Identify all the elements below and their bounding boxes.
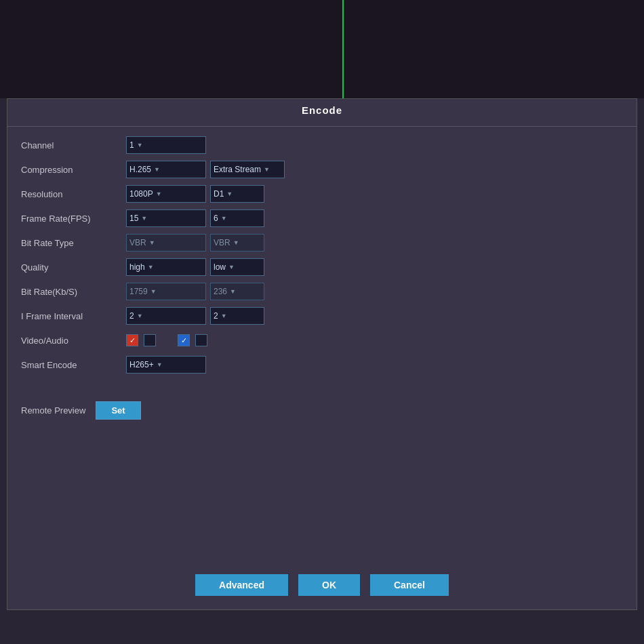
form-area: Channel 1 ▼ Compression H.265 ▼ Extra St…	[7, 130, 637, 391]
bit-rate-type2-arrow: ▼	[233, 239, 239, 246]
frame-rate-value: 15	[129, 214, 138, 223]
quality-value: high	[129, 262, 145, 272]
quality2-select[interactable]: low ▼	[210, 258, 264, 276]
quality2-arrow: ▼	[228, 264, 235, 270]
smart-encode-select[interactable]: H265+ ▼	[126, 356, 206, 374]
bit-rate-value: 1759	[129, 287, 148, 296]
bit-rate-type-controls: VBR ▼ VBR ▼	[126, 234, 264, 251]
frame-rate2-select[interactable]: 6 ▼	[210, 209, 264, 227]
compression-arrow: ▼	[154, 166, 160, 173]
video-audio-row: Video/Audio	[21, 329, 623, 352]
smart-encode-value: H265+	[129, 360, 154, 369]
quality-arrow: ▼	[148, 264, 154, 270]
compression-row: Compression H.265 ▼ Extra Stream ▼	[21, 158, 623, 181]
video-audio-group2	[178, 334, 207, 346]
bit-rate-type-row: Bit Rate Type VBR ▼ VBR ▼	[21, 231, 623, 254]
bottom-buttons: Advanced OK Cancel	[7, 574, 637, 596]
frame-rate-label: Frame Rate(FPS)	[21, 214, 126, 224]
iframe-interval-value: 2	[129, 311, 134, 321]
resolution2-arrow: ▼	[226, 190, 233, 197]
encode-dialog: Encode Channel 1 ▼ Compression H.265 ▼	[7, 98, 637, 610]
advanced-button[interactable]: Advanced	[195, 574, 288, 596]
ok-button[interactable]: OK	[298, 574, 360, 596]
cancel-button[interactable]: Cancel	[370, 574, 449, 596]
resolution-select[interactable]: 1080P ▼	[126, 185, 206, 203]
resolution2-select[interactable]: D1 ▼	[210, 185, 264, 203]
smart-encode-row: Smart Encode H265+ ▼	[21, 353, 623, 376]
channel-arrow: ▼	[137, 142, 143, 148]
audio-checkbox2[interactable]	[195, 334, 207, 346]
iframe-interval-controls: 2 ▼ 2 ▼	[126, 307, 264, 325]
iframe-interval-row: I Frame Interval 2 ▼ 2 ▼	[21, 304, 623, 327]
channel-select[interactable]: 1 ▼	[126, 136, 206, 154]
channel-label: Channel	[21, 140, 126, 150]
bit-rate-controls: 1759 ▼ 236 ▼	[126, 283, 264, 300]
bit-rate2-value: 236	[214, 287, 227, 296]
frame-rate2-arrow: ▼	[221, 215, 227, 222]
resolution-controls: 1080P ▼ D1 ▼	[126, 185, 264, 203]
channel-row: Channel 1 ▼	[21, 134, 623, 157]
quality2-value: low	[214, 262, 226, 272]
stream-type-value: Extra Stream	[214, 165, 261, 174]
resolution2-value: D1	[214, 189, 224, 199]
iframe-interval-select[interactable]: 2 ▼	[126, 307, 206, 325]
iframe-interval-arrow: ▼	[137, 313, 143, 319]
set-button[interactable]: Set	[96, 401, 140, 420]
bit-rate-row: Bit Rate(Kb/S) 1759 ▼ 236 ▼	[21, 280, 623, 303]
stream-type-select[interactable]: Extra Stream ▼	[210, 161, 285, 178]
bit-rate-type-label: Bit Rate Type	[21, 238, 126, 248]
bit-rate-select[interactable]: 1759 ▼	[126, 283, 206, 300]
iframe-interval2-select[interactable]: 2 ▼	[210, 307, 264, 325]
quality-label: Quality	[21, 262, 126, 273]
quality-row: Quality high ▼ low ▼	[21, 256, 623, 279]
green-line	[342, 0, 344, 98]
bit-rate-type2-value: VBR	[214, 238, 230, 247]
bit-rate-type2-select[interactable]: VBR ▼	[210, 234, 264, 251]
compression-controls: H.265 ▼ Extra Stream ▼	[126, 161, 285, 178]
bit-rate-type-value: VBR	[129, 238, 146, 247]
frame-rate2-value: 6	[214, 214, 218, 223]
resolution-label: Resolution	[21, 189, 126, 199]
video-checkbox2[interactable]	[178, 334, 190, 346]
top-bar	[0, 0, 644, 98]
compression-label: Compression	[21, 165, 126, 175]
compression-select[interactable]: H.265 ▼	[126, 161, 206, 178]
frame-rate-row: Frame Rate(FPS) 15 ▼ 6 ▼	[21, 207, 623, 230]
quality-controls: high ▼ low ▼	[126, 258, 264, 276]
bit-rate-label: Bit Rate(Kb/S)	[21, 287, 126, 297]
video-audio-label: Video/Audio	[21, 336, 126, 346]
video-audio-controls	[126, 334, 207, 346]
bit-rate2-arrow: ▼	[230, 288, 236, 295]
quality-select[interactable]: high ▼	[126, 258, 206, 276]
smart-encode-arrow: ▼	[157, 361, 163, 368]
channel-value: 1	[129, 140, 134, 150]
smart-encode-label: Smart Encode	[21, 360, 126, 370]
iframe-interval2-value: 2	[214, 311, 218, 321]
compression-value: H.265	[129, 165, 151, 174]
iframe-interval-label: I Frame Interval	[21, 311, 126, 321]
smart-encode-controls: H265+ ▼	[126, 356, 206, 374]
audio-checkbox1[interactable]	[144, 334, 156, 346]
frame-rate-select[interactable]: 15 ▼	[126, 209, 206, 227]
remote-preview-label: Remote Preview	[21, 405, 85, 416]
channel-controls: 1 ▼	[126, 136, 206, 154]
resolution-row: Resolution 1080P ▼ D1 ▼	[21, 182, 623, 205]
bit-rate-type-select[interactable]: VBR ▼	[126, 234, 206, 251]
bit-rate2-select[interactable]: 236 ▼	[210, 283, 264, 300]
remote-preview-area: Remote Preview Set	[7, 391, 637, 430]
video-audio-group1	[126, 334, 156, 346]
dialog-title: Encode	[7, 99, 637, 123]
stream-type-arrow: ▼	[264, 166, 270, 173]
video-checkbox1[interactable]	[126, 334, 138, 346]
frame-rate-arrow: ▼	[141, 215, 147, 222]
iframe-interval2-arrow: ▼	[221, 313, 227, 319]
bit-rate-arrow: ▼	[150, 288, 157, 295]
resolution-value: 1080P	[129, 189, 153, 199]
resolution-arrow: ▼	[156, 190, 162, 197]
frame-rate-controls: 15 ▼ 6 ▼	[126, 209, 264, 227]
bit-rate-type-arrow: ▼	[149, 239, 155, 246]
